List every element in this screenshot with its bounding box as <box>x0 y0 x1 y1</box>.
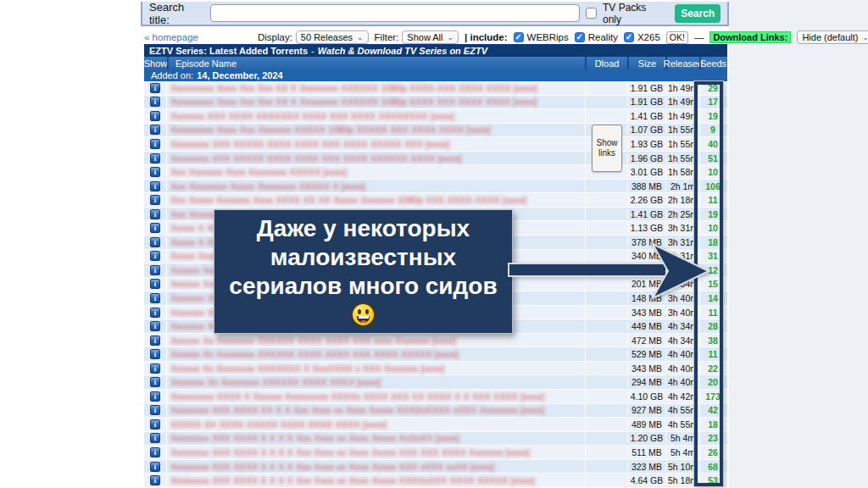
table-row: i Xxxxxxxx XXX XXXXX XXXX XXXX XXX XXXX … <box>144 152 727 166</box>
size-cell: 388 MB <box>627 181 665 191</box>
seeds-cell: 9 <box>699 125 726 135</box>
info-icon[interactable]: i <box>150 195 160 205</box>
x265-checkbox[interactable]: ✓ <box>624 32 634 42</box>
episode-name-link-blurred[interactable]: Xxxxxxx Xx Xxxxxxxx XXXXXX XXXX XXXX [xx… <box>167 377 585 387</box>
episode-name-link-blurred[interactable]: Xxxxxxxx XXX XXXX XX X X Xxx Xxxx xx Xxx… <box>167 405 585 415</box>
seeds-cell: 40 <box>699 139 726 149</box>
size-cell: 1.13 GB <box>627 223 665 233</box>
search-input[interactable] <box>210 4 580 22</box>
episode-name-link-blurred[interactable]: Xxxxxxxx XXX XXXX X X X X Xxx Xxxx xx Xx… <box>167 475 585 485</box>
column-header-episode-name[interactable]: Episode Name <box>167 57 585 69</box>
info-icon[interactable]: i <box>150 153 160 164</box>
info-icon[interactable]: i <box>150 349 160 359</box>
column-header-size[interactable]: Size <box>627 57 665 69</box>
info-icon[interactable]: i <box>150 336 160 346</box>
episode-name-link-blurred[interactable]: Xxxxxxx XXX XXXX XXXXXXX XXXX XXX XXXX X… <box>167 111 585 121</box>
episode-name-link-blurred[interactable]: Xxxxxxxx XXX XXXX X X X X Xxx Xxxx xx Xx… <box>167 447 585 458</box>
info-icon[interactable]: i <box>150 209 160 219</box>
show-cell: i <box>144 460 167 474</box>
info-icon[interactable]: i <box>150 475 160 485</box>
info-icon[interactable]: i <box>150 181 160 191</box>
episode-name-link-blurred[interactable]: Xxxxxx Xx Xxxxxxxx XXXXXX XXXX XXXX XXX … <box>167 349 585 359</box>
episode-name-link-blurred[interactable]: Xxxxxxxx XXX XXXX X X X X Xxx Xxxx xx Xx… <box>167 433 585 443</box>
episode-name-link-blurred[interactable]: Xxxxxx Xx Xxxxxxxx XXXXXXX X XxxXXXX x X… <box>167 363 585 374</box>
info-icon[interactable]: i <box>150 237 160 247</box>
info-icon[interactable]: i <box>150 419 160 430</box>
size-cell: 1.41 GB <box>627 209 665 219</box>
download-links-select[interactable]: Hide (default) ⌄ <box>797 30 868 44</box>
tv-packs-checkbox[interactable] <box>586 8 597 19</box>
filter-select[interactable]: Show All ⌄ <box>402 30 459 44</box>
show-cell: i <box>144 418 167 431</box>
show-links-button[interactable]: Show links <box>592 125 622 172</box>
episode-name-link-blurred[interactable]: Xxxxxx Xx Xxxxxxxx XXXXXX XXXX XXXX XXX … <box>167 336 585 346</box>
info-icon[interactable]: i <box>150 377 160 387</box>
column-header-show[interactable]: Show <box>144 57 167 69</box>
size-cell: 1.20 GB <box>627 433 665 443</box>
reality-label: Reality <box>588 32 618 42</box>
info-icon[interactable]: i <box>150 111 160 121</box>
released-cell: 4h 55m <box>665 419 699 430</box>
info-icon[interactable]: i <box>150 391 160 402</box>
dload-cell <box>585 236 627 249</box>
column-header-released[interactable]: Released <box>665 57 699 69</box>
info-icon[interactable]: i <box>150 265 160 275</box>
ok-button[interactable]: OK! <box>666 31 688 44</box>
homepage-link[interactable]: « homepage <box>144 32 198 42</box>
seeds-cell: 18 <box>699 419 726 430</box>
info-icon[interactable]: i <box>150 462 160 472</box>
episode-name-link-blurred[interactable]: Xxx Xxxxxxx Xxxx Xxxxxxxx XXXXX [xxxx] <box>167 167 585 177</box>
episode-name-link-blurred[interactable]: Xxx Xxxxx Xxxxxxx Xxxx XXXX XX XX Xxxxx … <box>167 195 585 205</box>
episode-name-link-blurred[interactable]: Xxxxxxxxx Xxxx Xxx Xxx XX X Xxxxxxxx XXX… <box>167 97 585 107</box>
dload-cell <box>585 390 627 403</box>
dload-cell <box>585 180 627 193</box>
info-icon[interactable]: i <box>150 433 160 443</box>
display-label: Display: <box>258 32 292 42</box>
table-row: i Xxxxxxxx XXX XXXX X X X X Xxx Xxxx xx … <box>144 432 727 446</box>
seeds-cell: 51 <box>699 153 726 164</box>
info-icon[interactable]: i <box>150 363 160 374</box>
info-icon[interactable]: i <box>150 83 160 93</box>
info-icon[interactable]: i <box>150 125 160 135</box>
info-icon[interactable]: i <box>150 308 160 318</box>
reality-checkbox[interactable]: ✓ <box>575 32 585 42</box>
info-icon[interactable]: i <box>150 279 160 289</box>
table-title: EZTV Series: Latest Added Torrents <box>149 46 308 56</box>
search-button[interactable]: Search <box>675 4 721 23</box>
include-label: | include: <box>465 32 508 42</box>
episode-name-link-blurred[interactable]: Xxxxxxxx XXX XXXX X X X X Xxx Xxxx xx Xx… <box>167 462 585 472</box>
show-cell: i <box>144 236 167 249</box>
info-icon[interactable]: i <box>150 167 160 177</box>
dash-separator: — <box>694 32 704 42</box>
seeds-cell: 29 <box>699 83 726 93</box>
seeds-cell: 42 <box>699 405 726 415</box>
info-icon[interactable]: i <box>150 251 160 261</box>
released-cell: 3h 31m <box>665 237 699 247</box>
size-cell: 1.07 GB <box>627 125 665 135</box>
column-header-seeds[interactable]: Seeds <box>699 57 726 69</box>
info-icon[interactable]: i <box>150 321 160 331</box>
download-links-select-value: Hide (default) <box>802 32 858 42</box>
episode-name-link-blurred[interactable]: Xxxxxxxx XXX XXXXX XXXX XXXX XXX XXXX XX… <box>167 139 585 149</box>
episode-name-link-blurred[interactable]: Xxx Xxxxxxxx Xxxxx Xxxxxxxx XXXXX X [xxx… <box>167 181 585 191</box>
show-cell: i <box>144 263 167 277</box>
webrips-label: WEBRips <box>527 32 569 42</box>
episode-name-link-blurred[interactable]: XXXXX XX XXXX XXXXX XXXX XXXX XXXX [xxxx… <box>167 419 585 430</box>
column-header-dload[interactable]: Dload <box>585 57 627 69</box>
episode-name-link-blurred[interactable]: Xxxxxxxx XXX XXXXX XXXX XXXX XXX XXXX XX… <box>167 153 585 164</box>
info-icon[interactable]: i <box>150 405 160 415</box>
episode-name-link-blurred[interactable]: Xxxxxxxxx Xxxx Xxx Xxxxxxx XXXXX 1080p X… <box>167 125 585 135</box>
released-cell: 1h 49m <box>665 111 699 121</box>
info-icon[interactable]: i <box>150 139 160 149</box>
released-cell: 1h 55m <box>665 139 699 149</box>
info-icon[interactable]: i <box>150 97 160 107</box>
episode-name-link-blurred[interactable]: Xxxxxxxxx XXXX X Xxxxxx Xxxxxxxxx XXXXx … <box>167 391 585 402</box>
episode-name-link-blurred[interactable]: Xxxxxxxxx Xxxx Xxx Xxx XX X Xxxxxxxx XXX… <box>167 83 585 93</box>
display-select[interactable]: 50 Releases ⌄ <box>296 30 369 44</box>
dload-cell <box>585 221 627 235</box>
info-icon[interactable]: i <box>150 223 160 233</box>
webrips-checkbox[interactable]: ✓ <box>514 32 524 42</box>
info-icon[interactable]: i <box>150 293 160 303</box>
released-cell: 1h 49m <box>665 83 699 93</box>
info-icon[interactable]: i <box>150 447 160 458</box>
